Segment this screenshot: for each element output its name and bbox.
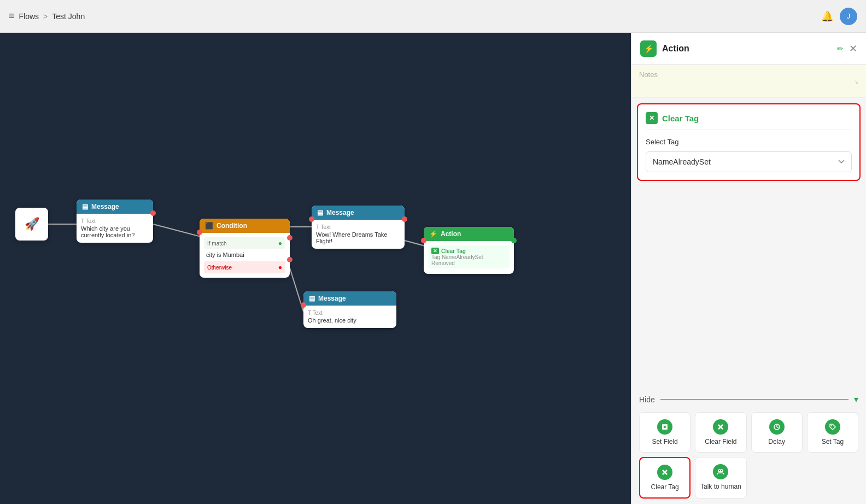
panel-title: Action (662, 44, 832, 54)
app-header: ≡ Flows > Test John 🔔 J (0, 0, 866, 33)
message-node-3-body: T Text Oh great, nice city (303, 306, 396, 328)
message-icon-3: ▤ (309, 295, 315, 302)
edit-icon[interactable]: ✏ (837, 44, 844, 53)
msg2-connector-right (402, 216, 407, 222)
connector-dot-msg1 (150, 210, 156, 216)
talk-to-human-button[interactable]: Talk to human (695, 457, 746, 499)
svg-line-11 (777, 427, 779, 428)
condition-node[interactable]: ⬛ Condition If match ● city is Mumbai Ot… (200, 219, 290, 278)
panel-header-icon: ⚡ (640, 40, 657, 57)
message-node-1[interactable]: ▤ Message T Text Which city are you curr… (77, 200, 153, 243)
set-tag-button[interactable]: Set Tag (807, 412, 858, 453)
delay-icon (769, 419, 785, 435)
delay-label: Delay (768, 438, 785, 446)
hide-label: Hide (639, 395, 655, 404)
notification-bell-icon[interactable]: 🔔 (821, 10, 833, 22)
condition-icon: ⬛ (205, 222, 213, 230)
hide-divider (660, 399, 849, 400)
set-tag-icon (825, 419, 840, 435)
flows-icon: ≡ (9, 10, 15, 22)
set-field-label: Set Field (652, 438, 677, 446)
action-node-body: ✕ Clear Tag Tag NameAlreadySet Removed (424, 241, 514, 274)
condition-match-dot: ● (278, 239, 282, 247)
message-node-1-body: T Text Which city are you currently loca… (77, 214, 153, 243)
svg-point-12 (831, 425, 832, 426)
clear-tag-icon: ✕ (646, 112, 658, 124)
svg-point-16 (721, 470, 723, 472)
rocket-icon: 🚀 (25, 217, 39, 231)
otherwise-dot: ● (278, 263, 282, 271)
message-node-3[interactable]: ▤ Message T Text Oh great, nice city (303, 291, 396, 328)
breadcrumb: ≡ Flows > Test John (9, 10, 85, 22)
hide-section: Hide ▾ Set Field (631, 389, 866, 504)
message-node-2-body: T Text Wow! Where Dreams Take Flight! (312, 220, 405, 249)
delay-button[interactable]: Delay (751, 412, 803, 453)
message-node-3-header: ▤ Message (303, 291, 396, 306)
panel-spacer (631, 186, 866, 389)
clear-field-button[interactable]: Clear Field (695, 412, 746, 453)
breadcrumb-separator: > (43, 12, 48, 21)
action-node-header: ⚡ Action (424, 227, 514, 241)
condition-node-header: ⬛ Condition (200, 219, 290, 233)
clear-tag-section: ✕ Clear Tag Select Tag NameAlreadySet (637, 103, 861, 181)
right-panel: ⚡ Action ✏ ✕ Notes ↘ ✕ Clear Tag Select … (631, 33, 866, 504)
close-button[interactable]: ✕ (849, 43, 857, 55)
action-connector-right (511, 238, 517, 243)
talk-to-human-icon (713, 464, 728, 479)
clear-tag-btn-label: Clear Tag (651, 483, 679, 491)
message-node-2[interactable]: ▤ Message T Text Wow! Where Dreams Take … (312, 206, 405, 249)
clear-field-label: Clear Field (705, 438, 736, 446)
clear-tag-button[interactable]: Clear Tag (639, 457, 691, 499)
start-node[interactable]: 🚀 (15, 208, 48, 241)
set-field-button[interactable]: Set Field (639, 412, 691, 453)
clear-tag-btn-icon (657, 465, 672, 480)
select-tag-label: Select Tag (646, 138, 852, 146)
action-connector-left (421, 238, 426, 243)
hide-chevron-icon[interactable]: ▾ (854, 394, 858, 405)
flow-connections (0, 33, 631, 504)
clear-field-icon (713, 419, 728, 435)
message-icon-2: ▤ (317, 209, 323, 216)
cond-connector-right-top (287, 235, 292, 241)
notes-area[interactable]: Notes ↘ (631, 65, 866, 98)
avatar[interactable]: J (840, 8, 857, 25)
cond-connector-right-bottom (287, 257, 292, 262)
tag-select[interactable]: NameAlreadySet (646, 151, 852, 172)
hide-header: Hide ▾ (639, 394, 858, 405)
svg-point-6 (664, 426, 666, 428)
talk-to-human-label: Talk to human (700, 483, 741, 490)
action-node[interactable]: ⚡ Action ✕ Clear Tag Tag NameAlreadySet … (424, 227, 514, 274)
notes-placeholder: Notes (639, 71, 858, 79)
clear-tag-section-header: ✕ Clear Tag (646, 112, 852, 130)
set-field-icon (657, 419, 672, 435)
action-buttons-row1: Set Field Clear Field (639, 412, 858, 453)
message-icon-1: ▤ (82, 203, 88, 210)
clear-tag-title: Clear Tag (662, 114, 699, 123)
msg2-connector-left (309, 216, 314, 222)
action-icon: ⚡ (429, 230, 437, 238)
cond-connector-left (197, 230, 202, 235)
condition-node-body: If match ● city is Mumbai Otherwise ● (200, 233, 290, 278)
page-title: Test John (52, 12, 85, 21)
message-node-2-header: ▤ Message (312, 206, 405, 220)
panel-header: ⚡ Action ✏ ✕ (631, 33, 866, 65)
action-buttons-row2: Clear Tag Talk to human (639, 457, 858, 499)
set-tag-label: Set Tag (822, 438, 844, 446)
main-content: 🚀 ▤ Message T Text Which city are you cu… (0, 33, 866, 504)
breadcrumb-flows[interactable]: Flows (19, 12, 39, 21)
message-node-1-header: ▤ Message (77, 200, 153, 214)
header-right: 🔔 J (821, 8, 857, 25)
msg3-connector-left (301, 302, 306, 308)
notes-resize-icon[interactable]: ↘ (639, 79, 858, 85)
flow-canvas[interactable]: 🚀 ▤ Message T Text Which city are you cu… (0, 33, 631, 504)
